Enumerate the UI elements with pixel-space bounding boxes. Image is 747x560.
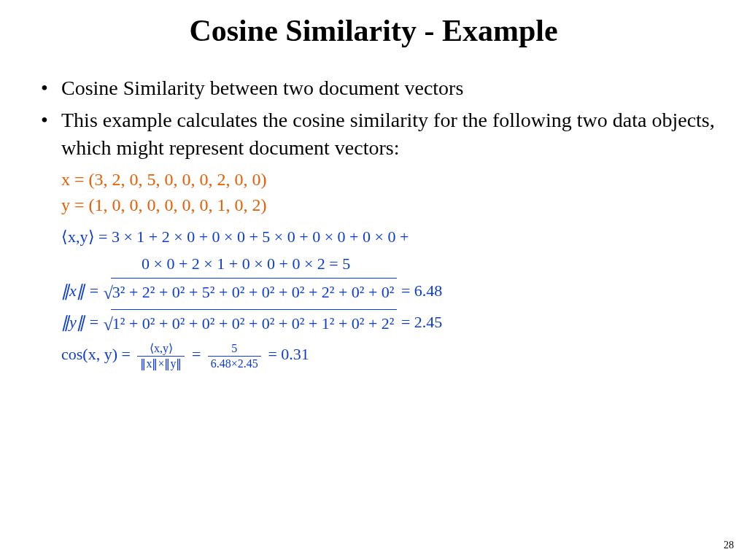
vector-y: y = (1, 0, 0, 0, 0, 0, 0, 1, 0, 2) bbox=[61, 192, 718, 218]
slide: Cosine Similarity - Example Cosine Simil… bbox=[0, 0, 747, 560]
dot-label: ⟨x,y⟩ = bbox=[61, 228, 107, 246]
frac2-den: 6.48×2.45 bbox=[208, 356, 261, 370]
dot-product-line2: 0 × 0 + 2 × 1 + 0 × 0 + 0 × 2 = 5 bbox=[61, 251, 718, 276]
vector-definitions: x = (3, 2, 0, 5, 0, 0, 0, 2, 0, 0) y = (… bbox=[61, 167, 718, 218]
cos-label: cos(x, y) = bbox=[61, 345, 131, 363]
normx-result: = 6.48 bbox=[397, 282, 442, 300]
normy-result: = 2.45 bbox=[397, 313, 442, 331]
vector-x: x = (3, 2, 0, 5, 0, 0, 0, 2, 0, 0) bbox=[61, 167, 718, 192]
dot-product-line1: ⟨x,y⟩ = 3 × 1 + 2 × 0 + 0 × 0 + 5 × 0 + … bbox=[61, 224, 718, 249]
dot-expr-2: 0 × 0 + 2 × 1 + 0 × 0 + 0 × 2 = 5 bbox=[142, 254, 350, 273]
normx-sqrt-body: 3² + 2² + 0² + 5² + 0² + 0² + 0² + 2² + … bbox=[111, 278, 398, 305]
page-number: 28 bbox=[724, 540, 734, 551]
sqrt-x: 3² + 2² + 0² + 5² + 0² + 0² + 0² + 2² + … bbox=[104, 278, 398, 307]
equals-1: = bbox=[192, 345, 205, 363]
frac1-den: ‖x‖×‖y‖ bbox=[137, 356, 185, 370]
bullet-1: Cosine Similarity between two document v… bbox=[35, 74, 718, 102]
fraction-numeric: 5 6.48×2.45 bbox=[208, 342, 261, 370]
sqrt-y: 1² + 0² + 0² + 0² + 0² + 0² + 0² + 1² + … bbox=[104, 309, 398, 338]
dot-expr-1: 3 × 1 + 2 × 0 + 0 × 0 + 5 × 0 + 0 × 0 + … bbox=[112, 228, 409, 246]
normy-label: ‖y‖ = bbox=[61, 313, 99, 331]
fraction-symbolic: ⟨x,y⟩ ‖x‖×‖y‖ bbox=[137, 342, 185, 370]
bullet-list: Cosine Similarity between two document v… bbox=[35, 74, 718, 161]
norm-x-line: ‖x‖ = 3² + 2² + 0² + 5² + 0² + 0² + 0² +… bbox=[61, 278, 718, 307]
slide-title: Cosine Similarity - Example bbox=[29, 13, 718, 48]
normy-sqrt-body: 1² + 0² + 0² + 0² + 0² + 0² + 0² + 1² + … bbox=[111, 309, 398, 336]
cos-result: = 0.31 bbox=[268, 345, 309, 363]
cosine-line: cos(x, y) = ⟨x,y⟩ ‖x‖×‖y‖ = 5 6.48×2.45 … bbox=[61, 341, 718, 370]
frac2-num: 5 bbox=[208, 342, 261, 356]
math-derivation: ⟨x,y⟩ = 3 × 1 + 2 × 0 + 0 × 0 + 5 × 0 + … bbox=[61, 224, 718, 370]
norm-y-line: ‖y‖ = 1² + 0² + 0² + 0² + 0² + 0² + 0² +… bbox=[61, 309, 718, 338]
bullet-2: This example calculates the cosine simil… bbox=[35, 106, 718, 162]
normx-label: ‖x‖ = bbox=[61, 282, 99, 300]
frac1-num: ⟨x,y⟩ bbox=[137, 342, 185, 356]
